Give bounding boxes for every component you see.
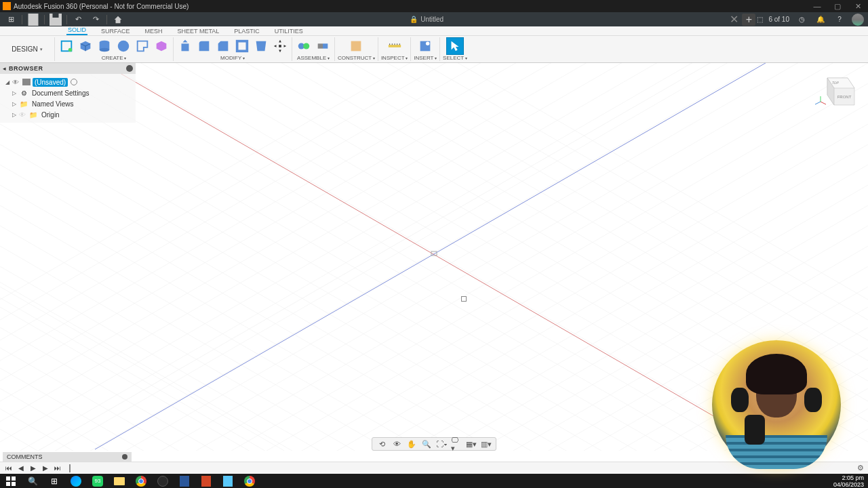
tab-utilities[interactable]: UTILITIES [273, 28, 304, 35]
grid-icon[interactable]: ▦▾ [466, 439, 477, 449]
task-view-icon[interactable]: ⊞ [43, 474, 65, 488]
close-tab-button[interactable]: ✕ [727, 14, 741, 26]
maximize-button[interactable]: ▢ [827, 0, 848, 12]
create-label[interactable]: CREATE [102, 55, 127, 62]
home-icon[interactable] [110, 14, 126, 26]
joint-icon[interactable] [295, 37, 313, 55]
timeline-end-icon[interactable]: ⏭ [53, 464, 62, 473]
timeline-prev-icon[interactable]: ◀ [16, 464, 26, 473]
move-icon[interactable] [271, 37, 289, 55]
svg-point-4 [68, 48, 73, 52]
tree-named-views[interactable]: ▷ 📁 Named Views [1, 98, 134, 109]
look-icon[interactable]: 👁 [391, 439, 402, 449]
save-icon[interactable] [47, 14, 64, 26]
app-icon [3, 2, 11, 10]
pan-icon[interactable]: ✋ [406, 439, 417, 449]
fillet-icon[interactable] [195, 37, 213, 55]
notepad-icon[interactable] [217, 474, 239, 488]
modify-label[interactable]: MODIFY [220, 55, 245, 62]
select-icon[interactable] [446, 37, 464, 55]
new-tab-button[interactable]: + [742, 14, 755, 26]
search-icon[interactable]: 🔍 [22, 474, 43, 488]
visibility-icon[interactable]: 👁 [19, 111, 27, 119]
expand-icon[interactable]: ▷ [11, 101, 18, 107]
gear-icon: ⚙ [19, 89, 28, 97]
orbit-icon[interactable]: ⟲ [376, 439, 387, 449]
job-status-icon[interactable]: ◷ [795, 14, 808, 26]
measure-icon[interactable] [386, 37, 403, 55]
construct-icon[interactable] [347, 37, 365, 55]
expand-icon[interactable]: ▷ [11, 112, 18, 118]
timeline-play-icon[interactable]: ▶ [28, 464, 38, 473]
browser-panel-header[interactable]: ◂ BROWSER [0, 63, 136, 74]
redo-icon[interactable]: ↷ [87, 14, 104, 26]
visibility-icon[interactable]: 👁 [12, 79, 20, 86]
assemble-label[interactable]: ASSEMBLE [297, 55, 330, 62]
chamfer-icon[interactable] [214, 37, 232, 55]
tab-surface[interactable]: SURFACE [100, 28, 132, 35]
explorer-icon[interactable] [108, 474, 130, 488]
close-button[interactable]: ✕ [848, 0, 868, 12]
tab-mesh[interactable]: MESH [144, 28, 164, 35]
powerpoint-icon[interactable] [195, 474, 217, 488]
expand-icon[interactable]: ▷ [11, 90, 18, 96]
timeline-settings-icon[interactable]: ⚙ [857, 464, 864, 472]
display-icon[interactable]: 🖵▾ [451, 439, 462, 449]
assemble-group: ASSEMBLE [292, 36, 334, 62]
joint-origin-icon[interactable] [314, 37, 332, 55]
chrome-icon-2[interactable] [239, 474, 260, 488]
comments-panel-header[interactable]: COMMENTS [3, 452, 132, 462]
timeline-start-icon[interactable]: ⏮ [4, 464, 14, 473]
viewport-icon[interactable]: ▥▾ [481, 439, 492, 449]
panel-options-icon[interactable] [122, 454, 127, 460]
draft-icon[interactable] [252, 37, 270, 55]
minimize-button[interactable]: — [807, 0, 827, 12]
panel-options-icon[interactable] [126, 65, 133, 72]
box-icon[interactable] [77, 37, 94, 55]
edge-icon[interactable] [65, 474, 87, 488]
user-avatar-icon[interactable] [852, 14, 864, 26]
timeline-next-icon[interactable]: ▶ [41, 464, 50, 473]
viewcube[interactable]: FRONT TOP [814, 68, 861, 115]
file-icon[interactable] [25, 14, 41, 26]
svg-rect-2 [53, 14, 59, 18]
select-label[interactable]: SELECT [443, 55, 467, 62]
workspace-switcher[interactable]: DESIGN [0, 36, 54, 62]
apps-grid-icon[interactable]: ⊞ [3, 14, 19, 26]
tab-plastic[interactable]: PLASTIC [233, 28, 261, 35]
chrome-icon[interactable] [130, 474, 152, 488]
fit-icon[interactable]: ⛶▾ [436, 439, 447, 449]
tab-sheet-metal[interactable]: SHEET METAL [176, 28, 221, 35]
word-icon[interactable] [174, 474, 195, 488]
start-button[interactable] [0, 474, 22, 488]
system-tray[interactable]: 2:05 pm 04/06/2023 [833, 474, 868, 488]
clock[interactable]: 2:05 pm 04/06/2023 [833, 474, 864, 488]
sketch-icon[interactable] [58, 37, 75, 55]
tab-solid[interactable]: SOLID [66, 26, 87, 35]
notification-icon[interactable]: 🔔 [814, 14, 827, 26]
tree-doc-settings[interactable]: ▷ ⚙ Document Settings [1, 87, 134, 98]
insert-icon[interactable] [416, 37, 434, 55]
insert-label[interactable]: INSERT [414, 55, 437, 62]
construct-label[interactable]: CONSTRUCT [338, 55, 375, 62]
extensions-icon[interactable]: ⬚ [757, 16, 763, 23]
inspect-label[interactable]: INSPECT [381, 55, 408, 62]
cylinder-icon[interactable] [96, 37, 113, 55]
coil-icon[interactable] [153, 37, 170, 55]
zoom-icon[interactable]: 🔍 [421, 439, 432, 449]
shell-icon[interactable] [233, 37, 251, 55]
collapse-icon[interactable]: ◂ [3, 65, 6, 72]
tree-root[interactable]: ◢ 👁 (Unsaved) [1, 77, 134, 87]
tree-origin[interactable]: ▷ 👁 📁 Origin [1, 109, 134, 120]
expand-icon[interactable]: ◢ [4, 79, 11, 85]
press-pull-icon[interactable] [176, 37, 194, 55]
quick-access-toolbar: ⊞ ↶ ↷ 🔒 Untitled ✕ + ⬚ 6 of 10 ◷ 🔔 ? [0, 12, 868, 26]
whatsapp-icon[interactable]: 93 [87, 474, 108, 488]
timeline-marker[interactable] [69, 464, 71, 472]
activate-icon[interactable] [71, 79, 77, 85]
help-icon[interactable]: ? [833, 14, 846, 26]
torus-icon[interactable] [134, 37, 151, 55]
undo-icon[interactable]: ↶ [70, 14, 86, 26]
sphere-icon[interactable] [115, 37, 132, 55]
obs-icon[interactable] [152, 474, 174, 488]
